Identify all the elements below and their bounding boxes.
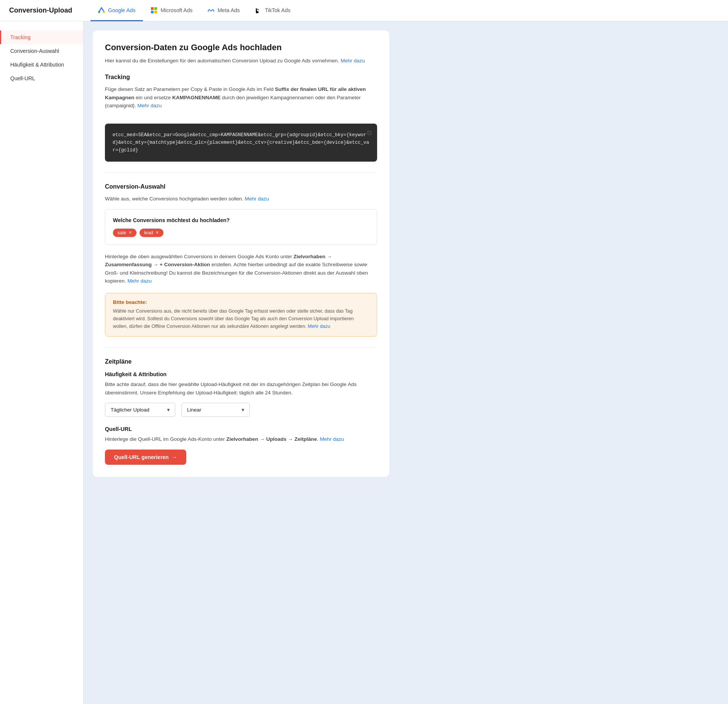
svg-rect-3	[154, 7, 157, 10]
quell-url-desc-before: Hinterlege die Quell-URL im Google Ads-K…	[105, 436, 226, 442]
app-container: Conversion-Upload Google Ads	[0, 0, 728, 704]
copy-icon: ⧉	[367, 129, 372, 137]
quell-url-btn-label: Quell-URL generieren	[114, 454, 169, 460]
tracking-mehr-dazu-link[interactable]: Mehr dazu	[138, 103, 162, 108]
tag-lead-label: lead	[144, 230, 153, 235]
meta-icon	[208, 7, 214, 14]
conversion-auswahl-link[interactable]: Mehr dazu	[245, 196, 269, 202]
haeufigkeit-desc: Bitte achte darauf, dass die hier gewähl…	[105, 380, 377, 397]
sidebar-item-quell-url[interactable]: Quell-URL	[0, 72, 83, 85]
tab-tiktok-ads-label: TikTok Ads	[265, 7, 290, 13]
code-wrapper: ⧉ etcc_med=SEA&etcc_par=Google&etcc_cmp=…	[105, 124, 377, 162]
tab-google-ads[interactable]: Google Ads	[90, 0, 143, 21]
main-card: Conversion-Daten zu Google Ads hochladen…	[93, 30, 389, 477]
svg-rect-2	[151, 7, 154, 10]
quell-url-btn-arrow-icon: →	[172, 454, 177, 460]
main-layout: Tracking Conversion-Auswahl Häufigkeit &…	[0, 21, 728, 704]
sidebar-item-quell-url-label: Quell-URL	[10, 75, 35, 81]
card-title: Conversion-Daten zu Google Ads hochladen	[105, 43, 377, 52]
tab-microsoft-ads[interactable]: Microsoft Ads	[143, 0, 200, 21]
sidebar: Tracking Conversion-Auswahl Häufigkeit &…	[0, 21, 84, 704]
tag-sale-label: sale	[117, 230, 126, 235]
warning-link[interactable]: Mehr dazu	[308, 324, 330, 329]
sidebar-item-haeufigkeit[interactable]: Häufigkeit & Attribution	[0, 58, 83, 72]
conversion-auswahl-title: Conversion-Auswahl	[105, 183, 377, 190]
header: Conversion-Upload Google Ads	[0, 0, 728, 21]
tag-sale-close-icon[interactable]: ✕	[128, 230, 132, 235]
upload-frequency-wrapper: Täglicher Upload Stündlicher Upload Wöch…	[105, 403, 175, 417]
tracking-desc-bold2: KAMPAGNENNAME	[172, 95, 220, 100]
conversion-auswahl-desc-text: Wähle aus, welche Conversions hochgelade…	[105, 196, 243, 202]
sidebar-item-tracking-label: Tracking	[10, 34, 30, 40]
tag-row: sale ✕ lead ✕	[113, 229, 369, 237]
quell-url-desc-bold: Zielvorhaben → Uploads → Zeitpläne	[226, 436, 317, 442]
tiktok-icon: ♫	[255, 7, 262, 14]
tab-bar: Google Ads Microsoft Ads	[90, 0, 298, 21]
attribution-select[interactable]: Linear Data-driven Last click	[181, 403, 250, 417]
svg-point-0	[98, 11, 100, 13]
copy-button[interactable]: ⧉	[365, 127, 373, 138]
sidebar-item-tracking[interactable]: Tracking	[0, 30, 83, 44]
conversion-info-before: Hinterlege die oben ausgewählten Convers…	[105, 254, 293, 259]
conversion-auswahl-desc: Wähle aus, welche Conversions hochgelade…	[105, 195, 377, 203]
conversion-selection-box: Welche Conversions möchtest du hochladen…	[105, 209, 377, 245]
svg-rect-4	[151, 11, 154, 13]
card-subtitle: Hier kannst du die Einstellungen für den…	[105, 57, 377, 65]
tag-lead[interactable]: lead ✕	[140, 229, 163, 237]
svg-rect-5	[154, 11, 157, 13]
microsoft-icon	[151, 7, 157, 14]
conversion-info-link[interactable]: Mehr dazu	[127, 278, 152, 284]
haeufigkeit-sub-title: Häufigkeit & Attribution	[105, 371, 377, 377]
content-area: Conversion-Daten zu Google Ads hochladen…	[84, 21, 728, 704]
svg-text:♫: ♫	[256, 8, 259, 13]
app-title: Conversion-Upload	[9, 6, 72, 14]
card-subtitle-text: Hier kannst du die Einstellungen für den…	[105, 58, 339, 64]
tracking-code-block: etcc_med=SEA&etcc_par=Google&etcc_cmp=KA…	[105, 124, 377, 162]
sidebar-item-conversion-auswahl[interactable]: Conversion-Auswahl	[0, 44, 83, 58]
quell-url-mehr-dazu-link[interactable]: Mehr dazu	[320, 436, 344, 442]
dropdowns-row: Täglicher Upload Stündlicher Upload Wöch…	[105, 403, 377, 417]
tag-sale[interactable]: sale ✕	[113, 229, 136, 237]
warning-title: Bitte beachte:	[113, 299, 369, 305]
tag-lead-close-icon[interactable]: ✕	[155, 230, 159, 235]
google-ads-icon	[98, 7, 105, 14]
warning-text: Wähle nur Conversions aus, die nicht ber…	[113, 307, 369, 330]
quell-url-sub-title: Quell-URL	[105, 426, 377, 432]
conversion-info-text: Hinterlege die oben ausgewählten Convers…	[105, 253, 377, 285]
warning-box: Bitte beachte: Wähle nur Conversions aus…	[105, 293, 377, 337]
attribution-wrapper: Linear Data-driven Last click ▼	[181, 403, 250, 417]
upload-frequency-select[interactable]: Täglicher Upload Stündlicher Upload Wöch…	[105, 403, 175, 417]
subtitle-mehr-dazu-link[interactable]: Mehr dazu	[341, 58, 365, 64]
tab-microsoft-ads-label: Microsoft Ads	[160, 7, 192, 13]
quell-url-desc: Hinterlege die Quell-URL im Google Ads-K…	[105, 435, 377, 443]
quell-url-generate-button[interactable]: Quell-URL generieren →	[105, 450, 186, 465]
conversion-box-title: Welche Conversions möchtest du hochladen…	[113, 217, 369, 223]
tab-google-ads-label: Google Ads	[108, 7, 135, 13]
tracking-desc-middle: ein und ersetze	[134, 95, 172, 100]
sidebar-item-haeufigkeit-label: Häufigkeit & Attribution	[10, 62, 64, 68]
tracking-desc-before: Füge diesen Satz an Parametern per Copy …	[105, 86, 275, 92]
tab-tiktok-ads[interactable]: ♫ TikTok Ads	[247, 0, 298, 21]
divider-1	[105, 172, 377, 173]
tab-meta-ads[interactable]: Meta Ads	[200, 0, 247, 21]
zeitplaene-title: Zeitpläne	[105, 358, 377, 365]
tracking-description: Füge diesen Satz an Parametern per Copy …	[105, 85, 377, 110]
sidebar-item-conversion-label: Conversion-Auswahl	[10, 48, 59, 54]
svg-point-1	[103, 11, 105, 13]
tab-meta-ads-label: Meta Ads	[217, 7, 239, 13]
quell-url-desc-after: .	[317, 436, 319, 442]
tracking-section-title: Tracking	[105, 74, 377, 81]
divider-2	[105, 347, 377, 348]
